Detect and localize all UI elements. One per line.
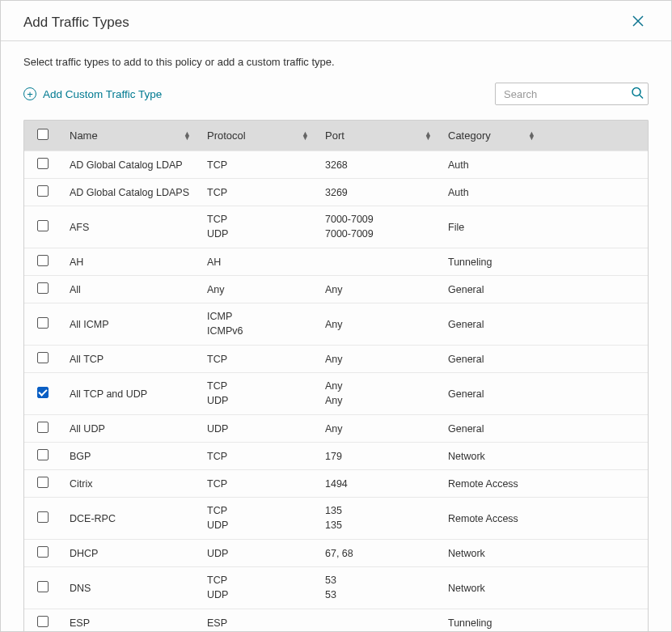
row-checkbox[interactable] [37, 449, 49, 460]
row-checkbox[interactable] [37, 352, 49, 363]
table-row: CitrixTCP1494Remote Access [24, 470, 648, 498]
row-checkbox[interactable] [37, 185, 49, 197]
row-protocol: TCP [199, 443, 317, 470]
row-spare [543, 443, 648, 470]
close-icon[interactable] [628, 12, 649, 32]
row-checkbox[interactable] [37, 546, 49, 558]
row-protocol: ICMPICMPv6 [199, 303, 317, 346]
row-checkbox-cell [24, 179, 61, 206]
header-port[interactable]: Port ▲▼ [317, 121, 440, 151]
table-row: DCE-RPCTCPUDP135135Remote Access [24, 498, 648, 540]
row-port: Any [317, 415, 440, 443]
row-port: 1494 [317, 470, 440, 498]
row-name: AH [61, 248, 199, 276]
search-box [495, 83, 649, 105]
row-checkbox[interactable] [37, 255, 49, 266]
row-port: 67, 68 [317, 540, 440, 567]
row-checkbox[interactable] [37, 220, 49, 231]
search-input[interactable] [495, 83, 649, 105]
row-spare [543, 179, 648, 206]
row-protocol: TCPUDP [199, 206, 317, 248]
row-spare [543, 248, 648, 276]
row-spare [543, 206, 648, 248]
row-spare [543, 373, 648, 415]
row-category: Network [440, 540, 543, 567]
plus-circle-icon: + [23, 87, 36, 100]
row-spare [543, 540, 648, 567]
header-category[interactable]: Category ▲▼ [440, 121, 543, 151]
row-checkbox[interactable] [37, 511, 49, 523]
row-name: AD Global Catalog LDAP [61, 151, 199, 179]
table-row: AHAHTunneling [24, 248, 648, 276]
header-checkbox-cell [24, 121, 61, 151]
table-row: All TCP and UDPTCPUDPAnyAnyGeneral [24, 373, 648, 415]
sort-icon: ▲▼ [425, 132, 432, 140]
row-checkbox-cell [24, 415, 61, 443]
row-checkbox-cell [24, 443, 61, 470]
row-protocol: AH [199, 248, 317, 276]
row-name: ESP [61, 609, 199, 633]
row-checkbox[interactable] [37, 387, 49, 398]
add-traffic-types-dialog: Add Traffic Types Select traffic types t… [0, 0, 672, 632]
sort-icon: ▲▼ [302, 132, 309, 140]
row-checkbox-cell [24, 346, 61, 373]
row-category: Tunneling [440, 248, 543, 276]
row-checkbox[interactable] [37, 581, 49, 592]
row-protocol: ESP [199, 609, 317, 633]
row-category: Tunneling [440, 609, 543, 633]
row-checkbox[interactable] [37, 282, 49, 294]
row-checkbox-cell [24, 567, 61, 609]
row-name: All TCP and UDP [61, 373, 199, 415]
table-row: AD Global Catalog LDAPSTCP3269Auth [24, 179, 648, 206]
table-row: AllAnyAnyGeneral [24, 276, 648, 303]
row-port: Any [317, 276, 440, 303]
row-spare [543, 415, 648, 443]
row-checkbox[interactable] [37, 317, 49, 329]
row-checkbox-cell [24, 206, 61, 248]
table-row: DHCPUDP67, 68Network [24, 540, 648, 567]
table-row: AFSTCPUDP7000-70097000-7009File [24, 206, 648, 248]
row-name: All UDP [61, 415, 199, 443]
row-category: Auth [440, 179, 543, 206]
header-protocol[interactable]: Protocol ▲▼ [199, 121, 317, 151]
row-checkbox[interactable] [37, 616, 49, 627]
row-spare [543, 609, 648, 633]
row-port: AnyAny [317, 373, 440, 415]
row-checkbox-cell [24, 540, 61, 567]
row-protocol: Any [199, 276, 317, 303]
row-name: BGP [61, 443, 199, 470]
row-port: 179 [317, 443, 440, 470]
table-row: All UDPUDPAnyGeneral [24, 415, 648, 443]
row-port: 135135 [317, 498, 440, 540]
row-protocol: TCP [199, 179, 317, 206]
row-name: All TCP [61, 346, 199, 373]
row-category: General [440, 415, 543, 443]
row-name: All [61, 276, 199, 303]
row-checkbox[interactable] [37, 422, 49, 433]
row-name: DHCP [61, 540, 199, 567]
header-spare [543, 121, 648, 151]
row-protocol: TCP [199, 346, 317, 373]
header-port-label: Port [325, 129, 344, 142]
header-category-label: Category [448, 129, 491, 142]
select-all-checkbox[interactable] [37, 129, 49, 140]
row-checkbox[interactable] [37, 158, 49, 169]
row-port: 7000-70097000-7009 [317, 206, 440, 248]
row-spare [543, 303, 648, 346]
row-category: Network [440, 443, 543, 470]
row-port: Any [317, 303, 440, 346]
row-port [317, 248, 440, 276]
row-checkbox[interactable] [37, 477, 49, 488]
header-name[interactable]: Name ▲▼ [61, 121, 199, 151]
header-protocol-label: Protocol [207, 129, 246, 142]
row-category: General [440, 346, 543, 373]
sort-icon: ▲▼ [184, 132, 191, 140]
row-checkbox-cell [24, 303, 61, 346]
row-name: All ICMP [61, 303, 199, 346]
add-custom-traffic-type-button[interactable]: + Add Custom Traffic Type [23, 87, 162, 100]
row-checkbox-cell [24, 373, 61, 415]
table-row: ESPESPTunneling [24, 609, 648, 633]
row-protocol: UDP [199, 540, 317, 567]
row-category: Auth [440, 151, 543, 179]
row-protocol: TCP [199, 151, 317, 179]
